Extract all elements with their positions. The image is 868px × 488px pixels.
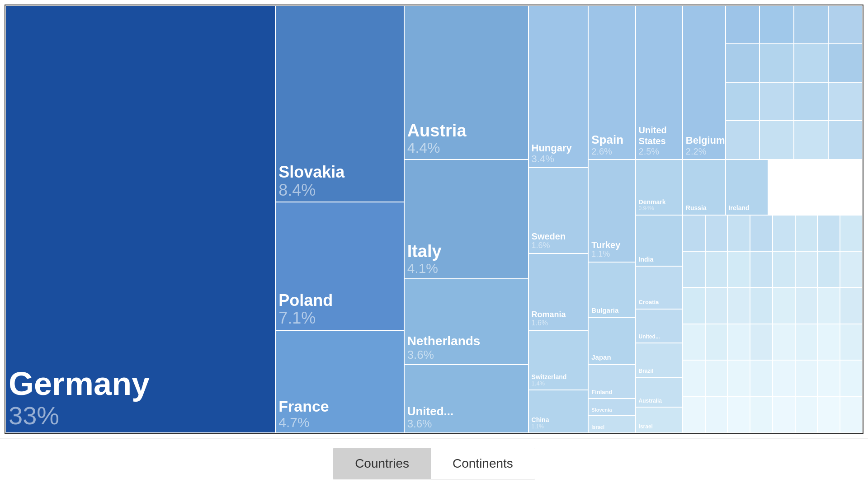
micro-cell-32[interactable] bbox=[840, 324, 863, 360]
cell-belgium[interactable]: Belgium 2.2% bbox=[683, 5, 726, 160]
micro-cell-26[interactable] bbox=[705, 324, 728, 360]
micro-cell-42[interactable] bbox=[705, 397, 728, 433]
micro-cell-38[interactable] bbox=[795, 360, 818, 396]
cell-switzerland[interactable]: Switzerland 1.4% bbox=[528, 330, 589, 390]
micro-cell-24[interactable] bbox=[840, 287, 863, 324]
micro-cell-11[interactable] bbox=[727, 251, 750, 287]
micro-cell-37[interactable] bbox=[773, 360, 795, 396]
tiny-cell-15[interactable] bbox=[794, 121, 828, 159]
micro-cell-36[interactable] bbox=[750, 360, 773, 396]
italy-label: Italy bbox=[407, 242, 525, 261]
micro-cell-2[interactable] bbox=[705, 215, 728, 251]
cell-finland[interactable]: Finland bbox=[588, 365, 635, 399]
cell-us[interactable]: United States 2.5% bbox=[636, 5, 683, 160]
micro-cell-29[interactable] bbox=[773, 324, 795, 360]
micro-cell-15[interactable] bbox=[817, 251, 840, 287]
micro-cell-48[interactable] bbox=[840, 397, 863, 433]
cell-germany[interactable]: Germany 33% bbox=[5, 5, 275, 433]
micro-cell-25[interactable] bbox=[683, 324, 705, 360]
micro-cell-34[interactable] bbox=[705, 360, 728, 396]
cell-slovakia[interactable]: Slovakia 8.4% bbox=[275, 5, 404, 202]
tiny-cell-3[interactable] bbox=[794, 5, 828, 44]
cell-slovenia[interactable]: Slovenia bbox=[588, 399, 635, 416]
micro-cell-8[interactable] bbox=[840, 215, 863, 251]
cell-united-small[interactable]: United... bbox=[636, 309, 683, 343]
cell-spain[interactable]: Spain 2.6% bbox=[588, 5, 635, 160]
micro-cell-28[interactable] bbox=[750, 324, 773, 360]
cell-greece[interactable]: Israel bbox=[636, 407, 683, 433]
micro-cell-44[interactable] bbox=[750, 397, 773, 433]
cell-poland[interactable]: Poland 7.1% bbox=[275, 202, 404, 330]
tab-countries[interactable]: Countries bbox=[333, 448, 431, 479]
micro-cell-3[interactable] bbox=[727, 215, 750, 251]
cell-sweden[interactable]: Sweden 1.6% bbox=[528, 168, 589, 253]
micro-cell-35[interactable] bbox=[727, 360, 750, 396]
cell-romania[interactable]: Romania 1.6% bbox=[528, 253, 589, 330]
micro-cell-23[interactable] bbox=[817, 287, 840, 324]
tiny-cell-1[interactable] bbox=[726, 5, 760, 44]
cell-bulgaria[interactable]: Bulgaria bbox=[588, 262, 635, 318]
cell-croatia[interactable]: Croatia bbox=[636, 266, 683, 309]
micro-cell-27[interactable] bbox=[727, 324, 750, 360]
tab-continents[interactable]: Continents bbox=[431, 448, 535, 479]
micro-cell-45[interactable] bbox=[773, 397, 795, 433]
cell-italy[interactable]: Italy 4.1% bbox=[404, 160, 528, 279]
micro-cell-9[interactable] bbox=[683, 251, 705, 287]
micro-cell-10[interactable] bbox=[705, 251, 728, 287]
micro-cell-17[interactable] bbox=[683, 287, 705, 324]
micro-cell-19[interactable] bbox=[727, 287, 750, 324]
cell-brazil[interactable]: Brazil bbox=[636, 343, 683, 377]
tiny-cell-5[interactable] bbox=[726, 44, 760, 82]
micro-cell-14[interactable] bbox=[795, 251, 818, 287]
micro-cell-6[interactable] bbox=[795, 215, 818, 251]
japan-label: Japan bbox=[591, 354, 632, 361]
tiny-cell-11[interactable] bbox=[794, 82, 828, 121]
micro-cell-13[interactable] bbox=[773, 251, 795, 287]
micro-cell-31[interactable] bbox=[817, 324, 840, 360]
micro-cell-1[interactable] bbox=[683, 215, 705, 251]
cell-israel[interactable]: Israel bbox=[588, 416, 635, 433]
tiny-cell-13[interactable] bbox=[726, 121, 760, 159]
micro-cell-12[interactable] bbox=[750, 251, 773, 287]
micro-cell-7[interactable] bbox=[817, 215, 840, 251]
cell-netherlands[interactable]: Netherlands 3.6% bbox=[404, 279, 528, 364]
cell-india[interactable]: India bbox=[636, 215, 683, 267]
micro-cell-20[interactable] bbox=[750, 287, 773, 324]
micro-cell-16[interactable] bbox=[840, 251, 863, 287]
tiny-cell-2[interactable] bbox=[760, 5, 794, 44]
micro-cell-33[interactable] bbox=[683, 360, 705, 396]
tiny-cell-4[interactable] bbox=[828, 5, 863, 44]
cell-china[interactable]: China 1.1% bbox=[528, 390, 589, 433]
micro-cell-47[interactable] bbox=[817, 397, 840, 433]
cell-hungary[interactable]: Hungary 3.4% bbox=[528, 5, 589, 168]
cell-turkey[interactable]: Turkey 1.1% bbox=[588, 160, 635, 262]
tiny-cell-6[interactable] bbox=[760, 44, 794, 82]
cell-austria[interactable]: Austria 4.4% bbox=[404, 5, 528, 160]
micro-cell-21[interactable] bbox=[773, 287, 795, 324]
tiny-cell-10[interactable] bbox=[760, 82, 794, 121]
tiny-cell-9[interactable] bbox=[726, 82, 760, 121]
cell-ireland[interactable]: Ireland bbox=[726, 160, 769, 215]
tiny-cell-8[interactable] bbox=[828, 44, 863, 82]
cell-france[interactable]: France 4.7% bbox=[275, 330, 404, 433]
brazil-label: Brazil bbox=[639, 368, 679, 374]
micro-cell-46[interactable] bbox=[795, 397, 818, 433]
cell-uk[interactable]: United... 3.6% bbox=[404, 365, 528, 433]
cell-denmark[interactable]: Denmark 0.94% bbox=[636, 160, 683, 215]
cell-japan[interactable]: Japan bbox=[588, 318, 635, 365]
micro-cell-22[interactable] bbox=[795, 287, 818, 324]
micro-cell-5[interactable] bbox=[773, 215, 795, 251]
tiny-cell-7[interactable] bbox=[794, 44, 828, 82]
cell-australia[interactable]: Australia bbox=[636, 377, 683, 407]
micro-cell-43[interactable] bbox=[727, 397, 750, 433]
micro-cell-30[interactable] bbox=[795, 324, 818, 360]
micro-cell-40[interactable] bbox=[840, 360, 863, 396]
cell-russia[interactable]: Russia bbox=[683, 160, 726, 215]
micro-cell-4[interactable] bbox=[750, 215, 773, 251]
tiny-cell-14[interactable] bbox=[760, 121, 794, 159]
micro-cell-41[interactable] bbox=[683, 397, 705, 433]
micro-cell-39[interactable] bbox=[817, 360, 840, 396]
tiny-cell-16[interactable] bbox=[828, 121, 863, 159]
micro-cell-18[interactable] bbox=[705, 287, 728, 324]
tiny-cell-12[interactable] bbox=[828, 82, 863, 121]
